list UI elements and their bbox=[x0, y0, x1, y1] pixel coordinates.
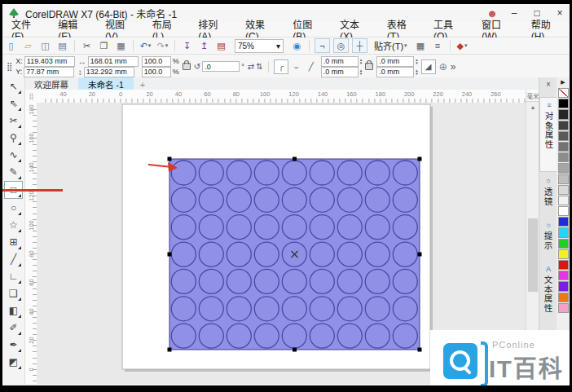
artistic-media-tool[interactable]: ✎ bbox=[5, 164, 22, 180]
palette-swatch[interactable] bbox=[558, 281, 569, 291]
selection-handle[interactable] bbox=[293, 157, 297, 161]
selection-handle[interactable] bbox=[168, 253, 172, 257]
overflow-chevron-icon[interactable]: » bbox=[451, 61, 456, 73]
docker-close-icon[interactable]: × bbox=[539, 79, 557, 90]
mirror-vertical-icon[interactable]: ⇅ bbox=[256, 62, 262, 71]
add-button[interactable]: ⊕ bbox=[439, 61, 447, 73]
new-document-icon[interactable]: ▯ bbox=[4, 39, 18, 52]
options-icon[interactable]: ▦ bbox=[414, 39, 428, 52]
palette-swatch[interactable] bbox=[558, 109, 569, 119]
palette-swatch[interactable] bbox=[558, 99, 569, 108]
outline-pen-tool[interactable]: ✒ bbox=[5, 337, 22, 353]
selection-handle[interactable] bbox=[418, 348, 422, 352]
round-corner-button[interactable]: ╭ bbox=[274, 59, 288, 74]
corner-radius-top-right-field[interactable] bbox=[376, 56, 414, 67]
palette-swatch[interactable] bbox=[558, 217, 569, 227]
palette-swatch[interactable] bbox=[558, 249, 569, 259]
docker-tab-text-properties[interactable]: A文本属性 bbox=[539, 262, 557, 335]
palette-swatch[interactable] bbox=[558, 163, 569, 173]
relative-corner-scaling-icon[interactable]: ◢ bbox=[421, 59, 436, 74]
spinner[interactable]: ▴▾ bbox=[360, 58, 363, 64]
palette-swatch[interactable] bbox=[558, 196, 569, 205]
ruler-origin-icon[interactable]: ⣿ bbox=[24, 90, 39, 104]
save-icon[interactable]: ◫ bbox=[38, 39, 52, 52]
tab-untitled-1[interactable]: 未命名 -1 bbox=[78, 77, 134, 90]
corner-radius-top-left-field[interactable] bbox=[321, 56, 359, 67]
mirror-horizontal-icon[interactable]: ⇄ bbox=[248, 62, 254, 71]
scrollbar-thumb[interactable] bbox=[528, 218, 538, 292]
settings-icon[interactable]: ≡ bbox=[431, 39, 445, 52]
palette-swatch[interactable] bbox=[558, 121, 569, 130]
palette-flyout-icon[interactable]: ▶ bbox=[557, 77, 570, 87]
application-launcher-icon[interactable]: ◆▾ bbox=[455, 39, 469, 52]
palette-swatch[interactable] bbox=[558, 271, 569, 280]
zoom-tool[interactable]: ⚲ bbox=[5, 130, 22, 146]
publish-pdf-icon[interactable]: ▤ bbox=[214, 39, 228, 52]
palette-swatch[interactable] bbox=[558, 239, 569, 249]
palette-swatch[interactable] bbox=[558, 293, 569, 302]
undo-icon[interactable]: ↶▾ bbox=[139, 39, 152, 52]
docker-tab-hints[interactable]: ☼提示 bbox=[539, 218, 557, 258]
no-color-swatch[interactable] bbox=[558, 88, 569, 98]
tab-welcome-screen[interactable]: 欢迎屏幕 bbox=[24, 77, 78, 90]
docker-tab-object-properties[interactable]: ≡对象属性 bbox=[539, 97, 558, 172]
show-guidelines-icon[interactable]: ┼ bbox=[352, 38, 367, 53]
export-icon[interactable]: ↥ bbox=[197, 39, 211, 52]
spinner[interactable]: ▴▾ bbox=[416, 68, 418, 75]
ellipse-tool[interactable]: ○ bbox=[5, 200, 22, 216]
lock-ratio-icon[interactable] bbox=[183, 63, 191, 70]
import-icon[interactable]: ↧ bbox=[180, 39, 194, 52]
selection-handle[interactable] bbox=[168, 157, 172, 161]
spinner[interactable]: ▴▾ bbox=[416, 58, 418, 64]
object-origin-icon[interactable]: ⣿ bbox=[7, 62, 12, 71]
palette-swatch[interactable] bbox=[558, 206, 569, 216]
y-position-field[interactable] bbox=[24, 67, 74, 77]
lock-corner-radius-icon[interactable] bbox=[365, 63, 373, 70]
redo-icon[interactable]: ↷▾ bbox=[156, 39, 169, 52]
new-tab-button[interactable]: + bbox=[134, 80, 152, 90]
palette-swatch[interactable] bbox=[558, 227, 569, 237]
scalloped-corner-button[interactable]: ⌣ bbox=[290, 60, 303, 73]
chevron-down-icon[interactable]: ▾ bbox=[148, 42, 152, 49]
crop-tool[interactable]: ✂ bbox=[5, 112, 22, 129]
show-grid-icon[interactable]: ◎ bbox=[333, 38, 349, 53]
scale-horizontal-field[interactable] bbox=[142, 56, 171, 67]
zoom-level-combo[interactable]: 75% ▾ bbox=[235, 39, 284, 53]
transparency-tool[interactable]: ◧ bbox=[5, 302, 22, 319]
palette-swatch[interactable] bbox=[558, 303, 569, 313]
selection-handle[interactable] bbox=[168, 348, 172, 352]
copy-icon[interactable]: ❐ bbox=[97, 39, 111, 52]
fullscreen-preview-icon[interactable]: ◉ bbox=[290, 39, 304, 52]
print-icon[interactable]: ▤ bbox=[55, 39, 69, 52]
chevron-down-icon[interactable]: ▾ bbox=[165, 42, 169, 49]
shape-tool[interactable]: ⇖ bbox=[5, 95, 22, 112]
palette-swatch[interactable] bbox=[558, 142, 569, 152]
paste-icon[interactable]: ▦ bbox=[114, 39, 128, 52]
show-rulers-icon[interactable]: ¬ bbox=[315, 38, 330, 53]
x-position-field[interactable] bbox=[24, 56, 75, 67]
object-width-field[interactable] bbox=[88, 56, 139, 67]
corner-radius-bottom-right-field[interactable] bbox=[376, 67, 414, 77]
interactive-fill-tool[interactable]: ◩ bbox=[5, 354, 22, 370]
spinner[interactable]: ▴▾ bbox=[360, 68, 363, 75]
corner-radius-bottom-left-field[interactable] bbox=[321, 67, 359, 77]
palette-swatch[interactable] bbox=[558, 131, 569, 141]
cut-icon[interactable]: ✂ bbox=[80, 39, 94, 52]
palette-swatch[interactable] bbox=[558, 260, 569, 270]
palette-swatch[interactable] bbox=[558, 152, 569, 162]
drop-shadow-tool[interactable]: ❑ bbox=[5, 285, 22, 302]
parallel-dimension-tool[interactable]: ╱ bbox=[5, 251, 22, 267]
scroll-up-button[interactable]: ▲ bbox=[526, 102, 539, 112]
polygon-tool[interactable]: ☆ bbox=[5, 217, 22, 233]
freehand-tool[interactable]: ∿ bbox=[5, 147, 22, 163]
object-height-field[interactable] bbox=[84, 67, 134, 77]
color-eyedropper-tool[interactable]: ✐ bbox=[5, 319, 22, 336]
connector-tool[interactable]: ∟ bbox=[5, 268, 22, 284]
open-folder-icon[interactable]: ▱ bbox=[21, 39, 35, 52]
scale-vertical-field[interactable] bbox=[142, 67, 171, 77]
snap-to-button[interactable]: 贴齐(T) ▾ bbox=[374, 39, 407, 52]
rotation-angle-field[interactable] bbox=[202, 61, 240, 72]
palette-swatch[interactable] bbox=[558, 185, 569, 195]
chevron-down-icon[interactable]: ▾ bbox=[464, 42, 468, 49]
selection-handle[interactable] bbox=[418, 253, 422, 257]
